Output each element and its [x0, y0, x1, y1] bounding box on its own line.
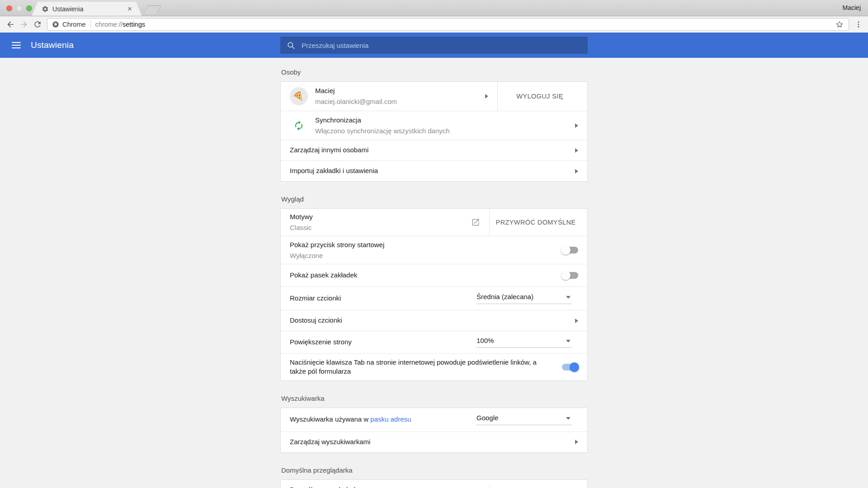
- reload-icon: [33, 20, 42, 29]
- hamburger-menu-button[interactable]: [12, 40, 21, 50]
- sign-out-button[interactable]: WYLOGUJ SIĘ: [498, 93, 578, 100]
- default-browser-card: Domyślna przeglądarka Ustaw Google Chrom…: [280, 479, 588, 488]
- chevron-right-icon: [575, 440, 578, 444]
- row-divider: [489, 485, 490, 488]
- settings-header: Ustawienia: [0, 33, 868, 58]
- sync-text: Synchronizacja Włączono synchronizację w…: [315, 116, 450, 136]
- pizza-avatar-icon: [293, 90, 305, 103]
- page-zoom-value: 100%: [476, 337, 494, 344]
- sync-icon-box: [290, 120, 308, 131]
- home-button-toggle[interactable]: [562, 247, 578, 253]
- font-size-row: Rozmiar czcionki Średnia (zalecana): [281, 286, 587, 310]
- forward-arrow-icon: [19, 20, 28, 29]
- forward-button[interactable]: [17, 18, 31, 31]
- customize-fonts-label: Dostosuj czcionki: [290, 316, 342, 325]
- themes-value: Classic: [290, 223, 313, 232]
- section-search-engine: Wyszukiwarka Wyszukiwarka używana w pask…: [280, 394, 588, 453]
- chevron-right-icon: [575, 169, 578, 174]
- chevron-right-icon: [575, 123, 578, 128]
- dropdown-caret-icon: [566, 417, 571, 420]
- themes-row[interactable]: Motywy Classic PRZYWRÓĆ DOMYŚLNE: [281, 209, 587, 236]
- back-button[interactable]: [4, 18, 17, 31]
- back-arrow-icon: [6, 20, 15, 29]
- section-title-appearance: Wygląd: [281, 195, 587, 203]
- window-profile-label[interactable]: Maciej: [843, 4, 861, 11]
- sync-title: Synchronizacja: [315, 116, 450, 125]
- bookmarks-bar-title: Pokaż pasek zakładek: [290, 271, 357, 280]
- tab-strip: Ustawienia × Maciej: [0, 0, 868, 16]
- section-title-search-engine: Wyszukiwarka: [281, 394, 587, 402]
- profile-text: Maciej maciej.olanicki@gmail.com: [315, 86, 397, 106]
- default-browser-row: Domyślna przeglądarka Ustaw Google Chrom…: [281, 480, 587, 488]
- search-engine-card: Wyszukiwarka używana w pasku adresu Goog…: [280, 408, 588, 453]
- zoom-window-button[interactable]: [26, 5, 32, 11]
- manage-people-label: Zarządzaj innymi osobami: [290, 145, 368, 155]
- chrome-logo-icon: [52, 21, 59, 28]
- page-zoom-row: Powiększenie strony 100%: [281, 331, 587, 353]
- external-link-icon: [471, 218, 480, 227]
- dropdown-caret-icon: [566, 340, 571, 343]
- tab-focus-title: Naciśnięcie klawisza Tab na stronie inte…: [290, 354, 550, 380]
- themes-text: Motywy Classic: [290, 212, 313, 232]
- url-scheme: chrome://: [95, 21, 123, 28]
- chevron-right-icon: [575, 319, 578, 323]
- toggle-knob: [570, 362, 579, 372]
- default-browser-title: Domyślna przeglądarka: [290, 485, 445, 488]
- section-title-default-browser: Domyślna przeglądarka: [281, 466, 587, 474]
- section-title-people: Osoby: [281, 68, 587, 76]
- three-dot-menu-icon: [854, 20, 863, 28]
- chevron-right-icon: [485, 94, 488, 99]
- home-button-row: Pokaż przycisk strony startowej Wyłączon…: [281, 236, 587, 264]
- page-title: Ustawienia: [31, 40, 74, 50]
- new-tab-button[interactable]: [143, 5, 161, 14]
- window-controls: [6, 5, 32, 11]
- reset-theme-button[interactable]: PRZYWRÓĆ DOMYŚLNE: [490, 219, 578, 226]
- manage-search-engines-row[interactable]: Zarządzaj wyszukiwarkami: [281, 432, 587, 452]
- bookmarks-bar-row: Pokaż pasek zakładek: [281, 264, 587, 286]
- page-zoom-title: Powiększenie strony: [290, 338, 352, 347]
- browser-toolbar: Chrome chrome://settings: [0, 16, 868, 33]
- address-bar[interactable]: Chrome chrome://settings: [47, 18, 849, 31]
- profile-email: maciej.olanicki@gmail.com: [315, 97, 397, 106]
- search-engine-row: Wyszukiwarka używana w pasku adresu Goog…: [281, 408, 587, 432]
- toggle-knob: [561, 271, 571, 280]
- url-text: chrome://settings: [95, 21, 145, 28]
- font-size-dropdown[interactable]: Średnia (zalecana): [476, 293, 572, 304]
- search-engine-dropdown[interactable]: Google: [476, 414, 572, 425]
- search-icon: [287, 41, 295, 50]
- sync-icon: [293, 120, 304, 131]
- search-input[interactable]: [302, 42, 581, 49]
- section-default-browser: Domyślna przeglądarka Domyślna przegląda…: [280, 466, 588, 488]
- url-path: settings: [123, 21, 145, 28]
- people-card: Maciej maciej.olanicki@gmail.com WYLOGUJ…: [280, 81, 588, 182]
- themes-title: Motywy: [290, 212, 313, 221]
- avatar: [290, 87, 308, 105]
- sync-row[interactable]: Synchronizacja Włączono synchronizację w…: [281, 111, 587, 140]
- browser-tab[interactable]: Ustawienia ×: [32, 2, 142, 16]
- bookmarks-bar-toggle[interactable]: [562, 272, 578, 279]
- tab-close-icon[interactable]: ×: [127, 5, 132, 13]
- close-window-button[interactable]: [6, 5, 12, 11]
- reload-button[interactable]: [31, 18, 44, 31]
- site-chip[interactable]: Chrome: [52, 21, 86, 28]
- site-chip-label: Chrome: [62, 21, 86, 28]
- home-button-text: Pokaż przycisk strony startowej Wyłączon…: [290, 240, 384, 260]
- bookmark-star-icon[interactable]: [835, 20, 844, 29]
- search-engine-label: Wyszukiwarka używana w pasku adresu: [290, 415, 411, 424]
- address-bar-link[interactable]: pasku adresu: [370, 415, 411, 423]
- toggle-knob: [561, 245, 571, 255]
- page-zoom-dropdown[interactable]: 100%: [476, 337, 572, 348]
- font-size-title: Rozmiar czcionki: [290, 294, 341, 303]
- settings-gear-icon: [42, 5, 49, 13]
- settings-search-box[interactable]: [280, 37, 588, 54]
- profile-row[interactable]: Maciej maciej.olanicki@gmail.com WYLOGUJ…: [281, 82, 587, 111]
- browser-menu-button[interactable]: [853, 20, 864, 28]
- minimize-window-button[interactable]: [16, 5, 22, 11]
- manage-people-row[interactable]: Zarządzaj innymi osobami: [281, 140, 587, 160]
- customize-fonts-row[interactable]: Dostosuj czcionki: [281, 310, 587, 331]
- appearance-card: Motywy Classic PRZYWRÓĆ DOMYŚLNE Pokaż p…: [280, 208, 588, 381]
- settings-content: Osoby Maciej maci: [280, 58, 588, 488]
- profile-name: Maciej: [315, 86, 397, 95]
- import-bookmarks-row[interactable]: Importuj zakładki i ustawienia: [281, 160, 587, 181]
- tab-focus-toggle[interactable]: [562, 364, 578, 371]
